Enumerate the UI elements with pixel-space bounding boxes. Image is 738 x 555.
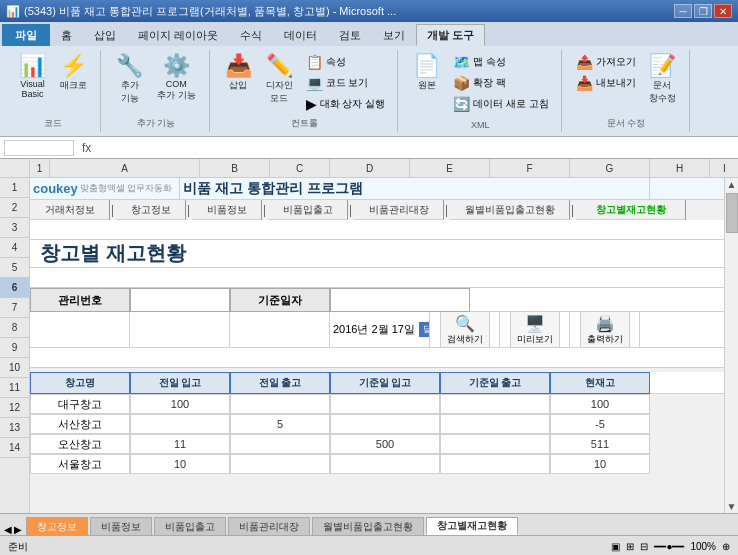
- tab-developer[interactable]: 개발 도구: [416, 24, 485, 46]
- sheet-row-2: 거래처정보 │ 창고정보 │ 비품정보 │ 비품입출고 │ 비품관리대장 │ 월…: [30, 200, 724, 220]
- scroll-down-arrow[interactable]: ▼: [726, 500, 738, 513]
- th-today-out: 기준일 출고: [440, 372, 550, 394]
- tab-data[interactable]: 데이터: [273, 24, 328, 46]
- tab-ledger[interactable]: 비품관리대장: [228, 517, 310, 535]
- cell-date-label: 기준일자: [230, 288, 330, 312]
- td-stock-3: 511: [550, 434, 650, 454]
- run-dialog-button[interactable]: ▶ 대화 상자 실행: [302, 94, 390, 114]
- doc-edit-button[interactable]: 📝 문서창수정: [644, 52, 681, 108]
- col-header-e: E: [410, 159, 490, 177]
- tab-file[interactable]: 파일: [2, 24, 50, 46]
- view-normal-icon[interactable]: ▣: [611, 541, 620, 552]
- search-button[interactable]: 🔍 검색하기: [440, 312, 490, 348]
- ribbon-group-addins: 🔧 추가기능 ⚙️ COM추가 기능 추가 기능: [103, 50, 210, 132]
- nav-monthly[interactable]: 월별비품입출고현황: [450, 200, 570, 220]
- calendar-button[interactable]: 달력: [419, 322, 430, 337]
- row-num-4: 4: [0, 238, 29, 258]
- scroll-up-arrow[interactable]: ▲: [726, 178, 738, 191]
- status-bar: 준비 ▣ ⊞ ⊟ ━━●━━ 100% ⊕: [0, 535, 738, 555]
- cell-r7-1: [30, 312, 130, 348]
- vertical-scrollbar[interactable]: ▲ ▼: [724, 178, 738, 513]
- tab-supplies-info[interactable]: 비품정보: [90, 517, 152, 535]
- close-button[interactable]: ✕: [714, 4, 732, 18]
- cell-reference-box[interactable]: [4, 140, 74, 156]
- doc-edit-icon: 📝: [649, 55, 676, 77]
- insert-control-button[interactable]: 📥 삽입: [220, 52, 257, 95]
- view-page-break-icon[interactable]: ⊟: [640, 541, 648, 552]
- cell-search-btn: 🔍 검색하기: [430, 312, 500, 348]
- row-headers: 1 2 3 4 5 6 7 8 9 10 11 12 13 14: [0, 178, 30, 513]
- tab-review[interactable]: 검토: [328, 24, 372, 46]
- tab-page-layout[interactable]: 페이지 레이아웃: [127, 24, 229, 46]
- tab-inout[interactable]: 비품입출고: [154, 517, 226, 535]
- scroll-thumb[interactable]: [726, 193, 738, 233]
- ribbon-tab-bar: 파일 홈 삽입 페이지 레이아웃 수식 데이터 검토 보기 개발 도구: [0, 22, 738, 46]
- com-button[interactable]: ⚙️ COM추가 기능: [152, 52, 201, 105]
- tab-view[interactable]: 보기: [372, 24, 416, 46]
- import-icon: 📤: [576, 54, 593, 70]
- view-code-button[interactable]: 💻 코드 보기: [302, 73, 390, 93]
- import-button[interactable]: 📤 가져오기: [572, 52, 640, 72]
- sheet-row-1: coukey 맞춤형액셀 업무자동화 비품 재고 통합관리 프로그램: [30, 178, 724, 200]
- nav-ledger[interactable]: 비품관리대장: [354, 200, 444, 220]
- addins-button[interactable]: 🔧 추가기능: [111, 52, 148, 108]
- export-button[interactable]: 📥 내보내기: [572, 73, 640, 93]
- macro-icon: ⚡: [60, 55, 87, 77]
- insert-control-icon: 📥: [225, 55, 252, 77]
- tab-monthly[interactable]: 월별비품입출고현황: [312, 517, 424, 535]
- map-props-icon: 🗺️: [453, 54, 470, 70]
- refresh-button[interactable]: 🔄 데이터 새로 고침: [449, 94, 553, 114]
- run-dialog-icon: ▶: [306, 96, 317, 112]
- status-text: 준비: [8, 540, 28, 554]
- zoom-in-icon[interactable]: ⊕: [722, 541, 730, 552]
- window-title: (5343) 비품 재고 통합관리 프로그램(거래처별, 품목별, 창고별) -…: [24, 4, 396, 19]
- visual-basic-button[interactable]: 📊 VisualBasic: [14, 52, 51, 102]
- nav-warehouse[interactable]: 창고정보: [116, 200, 186, 220]
- td-prev-in-4: 10: [130, 454, 230, 474]
- tab-formula[interactable]: 수식: [229, 24, 273, 46]
- expansion-button[interactable]: 📦 확장 팩: [449, 73, 553, 93]
- sheet-nav-prev[interactable]: ◀: [4, 524, 12, 535]
- map-props-button[interactable]: 🗺️ 맵 속성: [449, 52, 553, 72]
- cell-r7-filler: [640, 312, 724, 348]
- fx-button[interactable]: fx: [78, 141, 95, 155]
- nav-inout[interactable]: 비품입출고: [268, 200, 348, 220]
- minimize-button[interactable]: ─: [674, 4, 692, 18]
- sheet-nav-next[interactable]: ▶: [14, 524, 22, 535]
- tab-stock-by-warehouse[interactable]: 창고별재고현황: [426, 517, 518, 535]
- restore-button[interactable]: ❐: [694, 4, 712, 18]
- row-num-1: 1: [0, 178, 29, 198]
- sheet-row-5: [30, 268, 724, 288]
- tab-insert[interactable]: 삽입: [83, 24, 127, 46]
- nav-supplies[interactable]: 비품정보: [192, 200, 262, 220]
- source-button[interactable]: 📄 원본: [408, 52, 445, 95]
- td-warehouse-2: 서산창고: [30, 414, 130, 434]
- row-num-6: 6: [0, 278, 29, 298]
- view-layout-icon[interactable]: ⊞: [626, 541, 634, 552]
- formula-input[interactable]: [99, 142, 734, 154]
- macro-button[interactable]: ⚡ 매크로: [55, 52, 92, 95]
- window-controls[interactable]: ─ ❐ ✕: [674, 4, 732, 18]
- nav-transactions[interactable]: 거래처정보: [30, 200, 110, 220]
- td-warehouse-4: 서울창고: [30, 454, 130, 474]
- date-text: 2016년 2월 17일: [333, 322, 415, 337]
- zoom-slider[interactable]: ━━●━━: [654, 541, 684, 552]
- design-mode-button[interactable]: ✏️ 디자인모드: [261, 52, 298, 108]
- cell-r7-2: [130, 312, 230, 348]
- row-num-3: 3: [0, 218, 29, 238]
- xml-group-label: XML: [400, 120, 561, 130]
- tab-warehouse-info[interactable]: 창고정보: [26, 517, 88, 535]
- preview-button[interactable]: 🖥️ 미리보기: [510, 312, 560, 348]
- design-mode-icon: ✏️: [266, 55, 293, 77]
- cell-mgmt-value[interactable]: [130, 288, 230, 312]
- properties-button[interactable]: 📋 속성: [302, 52, 390, 72]
- col-header-a: A: [50, 159, 200, 177]
- sheet-row-12: 서산창고 5 -5: [30, 414, 724, 434]
- source-icon: 📄: [413, 55, 440, 77]
- td-today-in-4: [330, 454, 440, 474]
- td-prev-in-2: [130, 414, 230, 434]
- print-button[interactable]: 🖨️ 출력하기: [580, 312, 630, 348]
- th-stock: 현재고: [550, 372, 650, 394]
- nav-warehouse-stock[interactable]: 창고별재고현황: [576, 200, 686, 220]
- tab-home[interactable]: 홈: [50, 24, 83, 46]
